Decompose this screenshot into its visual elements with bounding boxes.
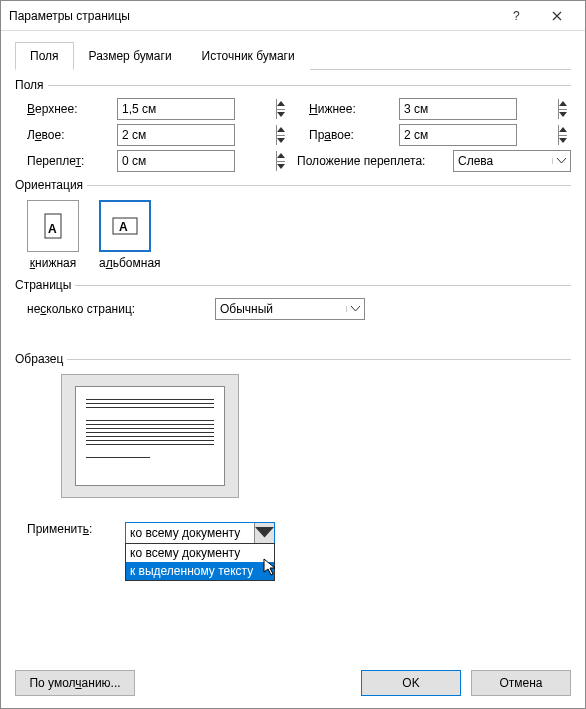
ok-button[interactable]: OK [361, 670, 461, 696]
apply-select[interactable]: ко всему документу ко всему документу к … [125, 522, 275, 544]
left-margin-label: Левое: [27, 128, 111, 142]
right-margin-label: Правое: [309, 128, 393, 142]
help-button[interactable]: ? [497, 2, 537, 30]
bottom-margin-label: Нижнее: [309, 102, 393, 116]
svg-text:A: A [48, 222, 57, 236]
gutter-label: Переплет: [27, 154, 111, 168]
titlebar: Параметры страницы ? [1, 1, 585, 31]
top-margin-label: Верхнее: [27, 102, 111, 116]
preview-page-icon [75, 386, 225, 486]
landscape-icon: A [111, 212, 139, 240]
cancel-button[interactable]: Отмена [471, 670, 571, 696]
tab-paper[interactable]: Размер бумаги [74, 42, 187, 70]
chevron-down-icon [552, 158, 570, 164]
right-margin-input[interactable] [399, 124, 517, 146]
default-button[interactable]: По умолчанию... [15, 670, 135, 696]
preview [61, 374, 239, 498]
gutter-pos-label: Положение переплета: [297, 154, 447, 168]
window-title: Параметры страницы [9, 9, 497, 23]
gutter-input[interactable] [117, 150, 235, 172]
gutter-pos-select[interactable]: Слева [453, 150, 571, 172]
group-pages: Страницы [15, 278, 571, 292]
tab-margins[interactable]: Поля [15, 42, 74, 70]
cursor-icon [263, 558, 281, 576]
spin-down-icon[interactable] [277, 110, 285, 120]
svg-text:A: A [119, 220, 128, 234]
orientation-landscape[interactable]: A альбомная [99, 200, 161, 270]
spin-up-icon[interactable] [277, 99, 285, 110]
chevron-down-icon [346, 306, 364, 312]
page-setup-dialog: Параметры страницы ? Поля Размер бумаги … [0, 0, 586, 709]
svg-text:?: ? [513, 11, 520, 21]
left-margin-input[interactable] [117, 124, 235, 146]
group-orientation: Ориентация [15, 178, 571, 192]
tab-bar: Поля Размер бумаги Источник бумаги [15, 41, 571, 70]
apply-option-selection[interactable]: к выделенному тексту [126, 562, 274, 580]
tab-source[interactable]: Источник бумаги [187, 42, 310, 70]
apply-dropdown-list: ко всему документу к выделенному тексту [125, 543, 275, 581]
multi-pages-select[interactable]: Обычный [215, 298, 365, 320]
apply-label: Применить: [27, 522, 117, 536]
group-margins: Поля [15, 78, 571, 92]
top-margin-input[interactable] [117, 98, 235, 120]
orientation-portrait[interactable]: A книжная [27, 200, 79, 270]
multi-pages-label: несколько страниц: [27, 302, 207, 316]
chevron-down-icon [254, 523, 274, 543]
bottom-margin-input[interactable] [399, 98, 517, 120]
group-preview: Образец [15, 352, 571, 366]
portrait-icon: A [39, 212, 67, 240]
close-button[interactable] [537, 2, 577, 30]
apply-option-whole-doc[interactable]: ко всему документу [126, 544, 274, 562]
